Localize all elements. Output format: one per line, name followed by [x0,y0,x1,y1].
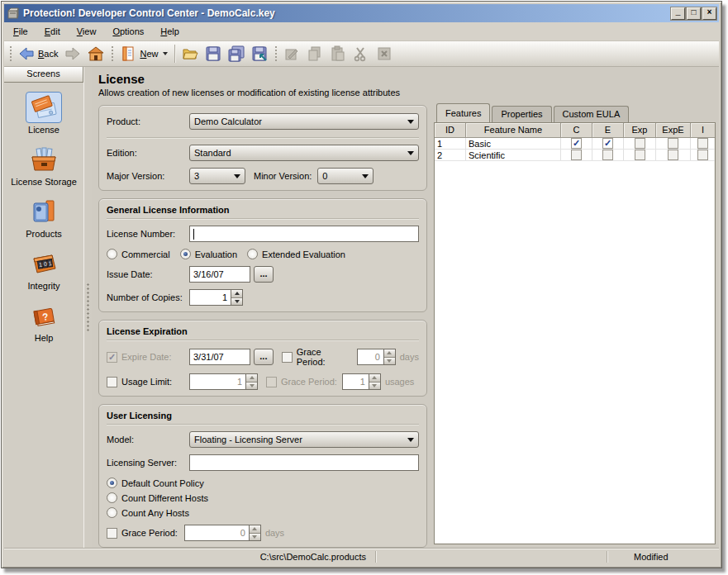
radio-evaluation[interactable] [180,249,191,259]
licensing-server-input[interactable] [189,454,419,471]
cell-flag[interactable] [561,150,592,160]
minor-version-dropdown[interactable]: 0 [317,168,374,184]
checked-checkbox-icon[interactable]: ✓ [571,138,582,149]
sidebar-splitter[interactable] [84,67,92,548]
model-dropdown[interactable]: Floating - Licensing Server [189,431,419,448]
user-grace-period-checkbox[interactable] [107,528,117,539]
product-dropdown[interactable]: Demo Calculator [189,113,419,130]
toolbar-grip[interactable] [273,45,278,63]
save-button[interactable] [202,43,225,64]
column-header-id[interactable]: ID [435,123,466,137]
unchecked-checkbox-icon[interactable] [635,150,645,160]
unchecked-checkbox-icon[interactable] [668,138,678,149]
unchecked-checkbox-icon[interactable] [635,138,645,149]
cell-flag[interactable] [592,150,624,160]
cell-flag[interactable] [691,150,715,160]
user-grace-period-value [184,525,249,541]
menu-file[interactable]: File [7,24,34,39]
checked-checkbox-icon[interactable]: ✓ [602,138,613,149]
cell-id[interactable]: 1 [435,138,466,149]
tab-features[interactable]: Features [436,103,490,122]
unchecked-checkbox-icon[interactable] [697,138,708,149]
edition-dropdown[interactable]: Standard [189,145,419,161]
maximize-button[interactable]: □ [687,7,701,20]
column-header-c[interactable]: C [561,123,592,137]
expire-date-picker-button[interactable]: ... [254,349,274,365]
column-header-exp[interactable]: Exp [624,123,656,137]
screens-header[interactable]: Screens [4,67,83,83]
cell-feature-name[interactable]: Scientific [466,150,561,160]
major-version-dropdown[interactable]: 3 [189,168,245,184]
new-dropdown-arrow-icon[interactable] [163,52,168,55]
unchecked-checkbox-icon[interactable] [697,150,708,160]
radio-commercial[interactable] [107,249,117,259]
divider [107,424,419,425]
edition-label: Edition: [107,148,189,158]
usage-limit-checkbox[interactable] [107,377,117,387]
grace-period-2-unit: usages [385,377,414,387]
edit-pen-icon [283,45,300,62]
tab-custom-eula[interactable]: Custom EULA [554,106,630,122]
issue-date-input[interactable] [189,266,250,283]
spin-down-icon[interactable] [231,297,242,306]
column-header-feature-name[interactable]: Feature Name [466,123,561,137]
expire-date-checkbox[interactable]: ✓ [107,352,117,363]
unchecked-checkbox-icon[interactable] [602,150,613,160]
minor-version-label: Minor Version: [254,171,312,181]
cell-flag[interactable] [656,138,691,149]
radio-count-any-hosts[interactable] [107,507,117,518]
grace-period-1-checkbox[interactable] [282,352,293,363]
cell-flag[interactable] [691,138,715,149]
copies-spinner[interactable] [189,289,243,306]
sidebar-item-help[interactable]: ? Help [26,300,62,343]
cell-feature-name[interactable]: Basic [466,138,561,149]
sidebar-item-license-storage[interactable]: License Storage [11,144,77,187]
unchecked-checkbox-icon[interactable] [571,150,582,160]
page-subtitle: Allows creation of new licenses or modif… [98,88,427,97]
table-row[interactable]: 1Basic✓✓ [435,138,715,150]
close-button[interactable]: × [702,7,716,20]
cell-flag[interactable] [624,150,656,160]
save-all-button[interactable] [225,43,248,64]
cell-flag[interactable]: ✓ [561,138,592,149]
column-header-expe[interactable]: ExpE [656,123,691,137]
open-button[interactable] [178,43,202,64]
menu-help[interactable]: Help [155,24,185,39]
cell-flag[interactable]: ✓ [592,138,624,149]
menu-view[interactable]: View [71,24,102,39]
sidebar-item-integrity[interactable]: 1 0 1 Integrity [26,248,62,291]
column-header-e[interactable]: E [592,123,624,137]
save-as-button[interactable] [248,43,271,64]
copy-button-disabled [303,43,326,64]
cell-id[interactable]: 2 [435,150,466,160]
issue-date-picker-button[interactable]: ... [254,266,274,283]
toolbar-grip[interactable] [109,45,115,63]
column-header-i[interactable]: I [691,123,715,137]
expire-date-input[interactable] [189,349,250,365]
menu-options[interactable]: Options [107,24,150,39]
unchecked-checkbox-icon[interactable] [668,150,678,160]
new-button[interactable]: New [117,43,171,64]
menu-edit[interactable]: Edit [39,24,66,39]
table-row[interactable]: 2Scientific [435,150,715,161]
title-bar: Protection! Developer Control Center - D… [4,4,719,22]
back-button[interactable]: Back [15,43,61,64]
radio-default-count-policy[interactable] [107,478,117,488]
forward-button[interactable] [61,43,84,64]
cell-flag[interactable] [656,150,691,160]
minimize-button[interactable]: _ [671,7,685,20]
spin-up-icon[interactable] [231,290,242,297]
copies-value[interactable] [189,289,231,306]
tab-properties[interactable]: Properties [492,106,551,122]
cell-flag[interactable] [624,138,656,149]
sidebar-item-products[interactable]: Products [26,196,62,239]
spin-down-icon [369,382,380,390]
app-icon [7,7,20,20]
toolbar-grip[interactable] [7,45,13,63]
radio-extended-evaluation[interactable] [247,249,258,259]
license-number-input[interactable] [189,226,419,242]
sidebar-item-license[interactable]: License [26,92,62,135]
home-button[interactable] [84,43,107,64]
radio-count-different-hosts[interactable] [107,492,117,503]
delete-x-icon [376,45,393,62]
